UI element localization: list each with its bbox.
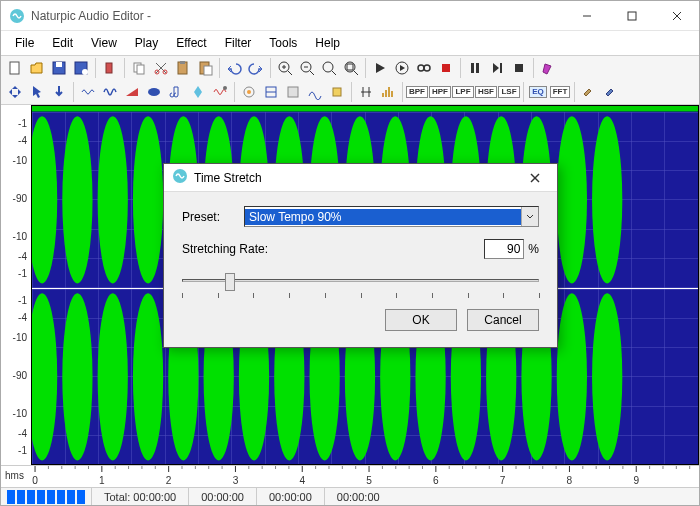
svg-text:3: 3 (233, 475, 239, 486)
svg-text:5: 5 (366, 475, 372, 486)
chevron-down-icon[interactable] (521, 207, 538, 226)
fade-icon[interactable] (121, 81, 143, 103)
rate-slider[interactable] (182, 271, 539, 301)
maximize-button[interactable] (609, 1, 654, 30)
wave-large-icon[interactable] (99, 81, 121, 103)
menu-edit[interactable]: Edit (44, 33, 81, 53)
arrow-down-icon[interactable] (48, 81, 70, 103)
save-icon[interactable] (48, 57, 70, 79)
hpf-button[interactable]: HPF (429, 81, 451, 103)
zoom-out-icon[interactable] (296, 57, 318, 79)
vscale-label: -10 (13, 155, 27, 166)
slider-thumb[interactable] (225, 273, 235, 291)
pause-icon[interactable] (464, 57, 486, 79)
svg-point-84 (98, 116, 128, 283)
svg-point-42 (247, 90, 251, 94)
menu-view[interactable]: View (83, 33, 125, 53)
pointer-icon[interactable] (26, 81, 48, 103)
record-device-icon[interactable] (99, 57, 121, 79)
stop-icon[interactable] (508, 57, 530, 79)
menu-play[interactable]: Play (127, 33, 166, 53)
redo-icon[interactable] (245, 57, 267, 79)
menu-tools[interactable]: Tools (261, 33, 305, 53)
menu-help[interactable]: Help (307, 33, 348, 53)
play-loop-icon[interactable] (391, 57, 413, 79)
saveas-icon[interactable] (70, 57, 92, 79)
lsf-button[interactable]: LSF (498, 81, 520, 103)
paste2-icon[interactable] (194, 57, 216, 79)
wave-timed-icon[interactable] (209, 81, 231, 103)
menu-filter[interactable]: Filter (217, 33, 260, 53)
loop-icon[interactable] (413, 57, 435, 79)
pitch-icon[interactable] (165, 81, 187, 103)
ok-button[interactable]: OK (385, 309, 457, 331)
svg-rect-51 (385, 90, 387, 97)
status-time1: 00:00:00 (188, 488, 256, 505)
svg-rect-50 (382, 93, 384, 97)
svg-point-32 (418, 65, 424, 71)
svg-point-142 (557, 293, 587, 460)
svg-rect-5 (10, 62, 19, 74)
svg-rect-52 (388, 87, 390, 97)
skip-icon[interactable] (486, 57, 508, 79)
svg-rect-16 (180, 61, 185, 64)
vscale-label: -1 (18, 295, 27, 306)
effect4-icon[interactable] (304, 81, 326, 103)
eq-button[interactable]: EQ (527, 81, 549, 103)
record-icon[interactable] (435, 57, 457, 79)
help-icon[interactable] (537, 57, 559, 79)
menu-effect[interactable]: Effect (168, 33, 214, 53)
timeline-scale: 0123456789 (31, 466, 699, 488)
vscale-label: -1 (18, 268, 27, 279)
svg-rect-2 (628, 12, 636, 20)
effect3-icon[interactable] (282, 81, 304, 103)
svg-rect-37 (500, 63, 502, 73)
zoom-in-icon[interactable] (274, 57, 296, 79)
filter-buttons: BPFHPFLPFHSFLSF (406, 81, 520, 103)
minimize-button[interactable] (564, 1, 609, 30)
statusbar: Total: 00:00:00 00:00:00 00:00:00 00:00:… (1, 487, 699, 505)
bars-icon[interactable] (377, 81, 399, 103)
svg-text:2: 2 (166, 475, 172, 486)
play-icon[interactable] (369, 57, 391, 79)
menu-file[interactable]: File (7, 33, 42, 53)
cut-icon[interactable] (150, 57, 172, 79)
svg-point-26 (323, 62, 333, 72)
undo-icon[interactable] (223, 57, 245, 79)
bpf-button[interactable]: BPF (406, 81, 428, 103)
svg-text:7: 7 (500, 475, 506, 486)
status-total: Total: 00:00:00 (91, 488, 188, 505)
new-icon[interactable] (4, 57, 26, 79)
tool1-icon[interactable] (578, 81, 600, 103)
effect2-icon[interactable] (260, 81, 282, 103)
effect1-icon[interactable] (238, 81, 260, 103)
svg-point-85 (133, 116, 163, 283)
vscale-label: -4 (18, 428, 27, 439)
vscale-label: -1 (18, 445, 27, 456)
wave-small-icon[interactable] (77, 81, 99, 103)
cancel-button[interactable]: Cancel (467, 309, 539, 331)
rate-input[interactable]: 90 (484, 239, 524, 259)
hsf-button[interactable]: HSF (475, 81, 497, 103)
zoom-sel-icon[interactable] (318, 57, 340, 79)
vscale-label: -90 (13, 370, 27, 381)
tool2-icon[interactable] (600, 81, 622, 103)
open-icon[interactable] (26, 57, 48, 79)
dialog-close-icon[interactable] (521, 168, 549, 188)
svg-point-40 (223, 86, 227, 90)
svg-text:0: 0 (32, 475, 38, 486)
fft-button[interactable]: FFT (549, 81, 571, 103)
lpf-button[interactable]: LPF (452, 81, 474, 103)
copy-icon[interactable] (128, 57, 150, 79)
paste-icon[interactable] (172, 57, 194, 79)
expand-icon[interactable] (4, 81, 26, 103)
svg-point-143 (592, 293, 622, 460)
svg-line-24 (310, 71, 314, 75)
envelope-icon[interactable] (143, 81, 165, 103)
effect5-icon[interactable] (326, 81, 348, 103)
close-button[interactable] (654, 1, 699, 30)
marker-icon[interactable] (355, 81, 377, 103)
diamond-icon[interactable] (187, 81, 209, 103)
zoom-fit-icon[interactable] (340, 57, 362, 79)
preset-combo[interactable]: Slow Tempo 90% (244, 206, 539, 227)
